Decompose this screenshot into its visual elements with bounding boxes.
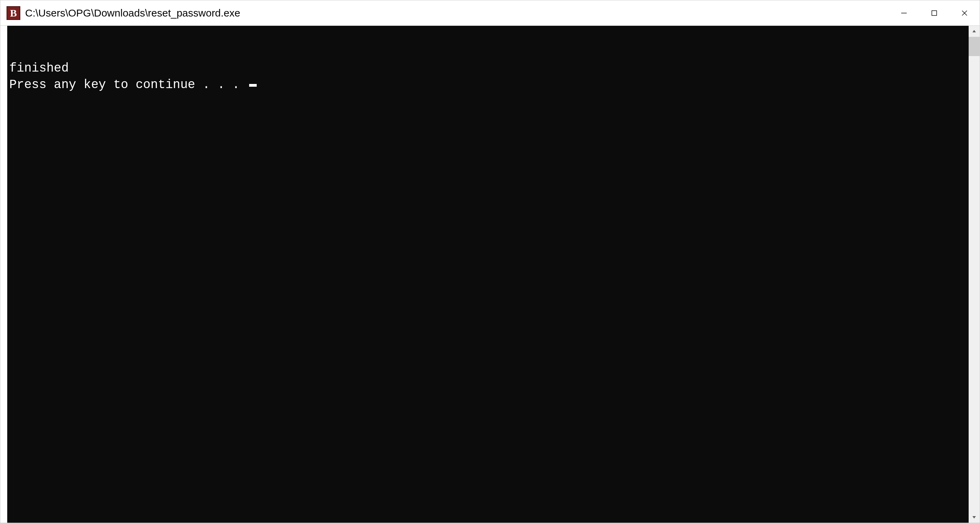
console-line: Press any key to continue . . . (9, 77, 967, 93)
console-text: Press any key to continue . . . (9, 78, 247, 92)
chevron-up-icon (972, 29, 977, 34)
console-window: B C:\Users\OPG\Downloads\reset_password.… (0, 0, 980, 523)
close-button[interactable] (950, 0, 980, 25)
scroll-thumb[interactable] (969, 37, 980, 56)
console-line: finished (9, 60, 967, 77)
left-gutter (0, 26, 7, 523)
app-icon: B (6, 6, 20, 20)
cursor-icon (249, 84, 257, 87)
svg-marker-4 (972, 30, 976, 32)
console-output[interactable]: finishedPress any key to continue . . . (7, 26, 969, 523)
minimize-icon (900, 10, 907, 16)
titlebar[interactable]: B C:\Users\OPG\Downloads\reset_password.… (0, 0, 980, 26)
window-controls (889, 0, 980, 25)
minimize-button[interactable] (889, 0, 919, 25)
svg-rect-1 (932, 11, 937, 16)
svg-marker-5 (972, 516, 976, 518)
scroll-down-button[interactable] (969, 512, 980, 523)
app-icon-letter: B (10, 7, 17, 19)
scroll-up-button[interactable] (969, 26, 980, 37)
maximize-button[interactable] (919, 0, 950, 25)
chevron-down-icon (972, 515, 977, 520)
close-icon (961, 10, 968, 16)
scroll-track[interactable] (969, 37, 980, 512)
client-area: finishedPress any key to continue . . . (0, 26, 980, 523)
vertical-scrollbar[interactable] (969, 26, 980, 523)
maximize-icon (931, 10, 937, 16)
window-title: C:\Users\OPG\Downloads\reset_password.ex… (25, 7, 889, 19)
